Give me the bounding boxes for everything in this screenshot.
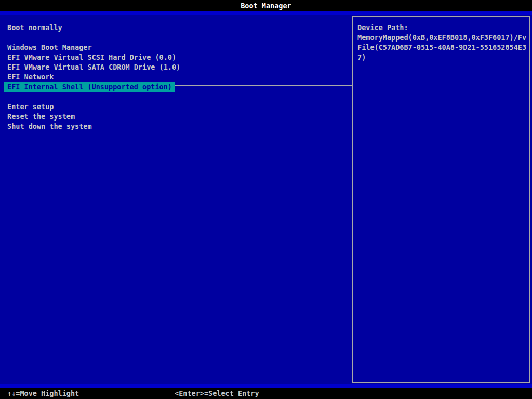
status-hint-select-entry: <Enter>=Select Entry — [175, 388, 259, 399]
menu-item[interactable]: Reset the system — [4, 112, 78, 122]
device-path-line: 7) — [357, 52, 525, 62]
page-title: Boot Manager — [241, 2, 291, 10]
status-bar: ↑↓=Move Highlight <Enter>=Select Entry — [0, 388, 532, 399]
highlight-connector-line — [175, 85, 352, 86]
menu-item[interactable]: EFI Network — [4, 72, 57, 82]
device-path-panel: Device Path:MemoryMapped(0xB,0xEF8B018,0… — [352, 16, 530, 383]
menu-item[interactable]: EFI VMware Virtual SATA CDROM Drive (1.0… — [4, 62, 183, 72]
status-hint-move-highlight: ↑↓=Move Highlight — [7, 388, 79, 399]
menu-item[interactable]: EFI Internal Shell (Unsupported option) — [4, 82, 175, 92]
menu-item[interactable]: Shut down the system — [4, 122, 95, 131]
device-path-line: File(C57AD6B7-0515-40A8-9D21-551652854E3 — [357, 43, 525, 52]
boot-manager-screen: Boot Manager Boot normallyWindows Boot M… — [0, 0, 532, 399]
top-accent-strip — [0, 11, 532, 15]
device-path-text: Device Path:MemoryMapped(0xB,0xEF8B018,0… — [357, 23, 525, 62]
menu-item[interactable]: Boot normally — [4, 23, 65, 33]
menu-item[interactable]: Windows Boot Manager — [4, 43, 95, 52]
device-path-line: Device Path: — [357, 23, 525, 33]
title-bar: Boot Manager — [0, 0, 532, 11]
device-path-line: MemoryMapped(0xB,0xEF8B018,0xF3F6017)/Fv — [357, 33, 525, 43]
menu-item[interactable]: Enter setup — [4, 102, 57, 112]
menu-item[interactable]: EFI VMware Virtual SCSI Hard Drive (0.0) — [4, 52, 179, 62]
